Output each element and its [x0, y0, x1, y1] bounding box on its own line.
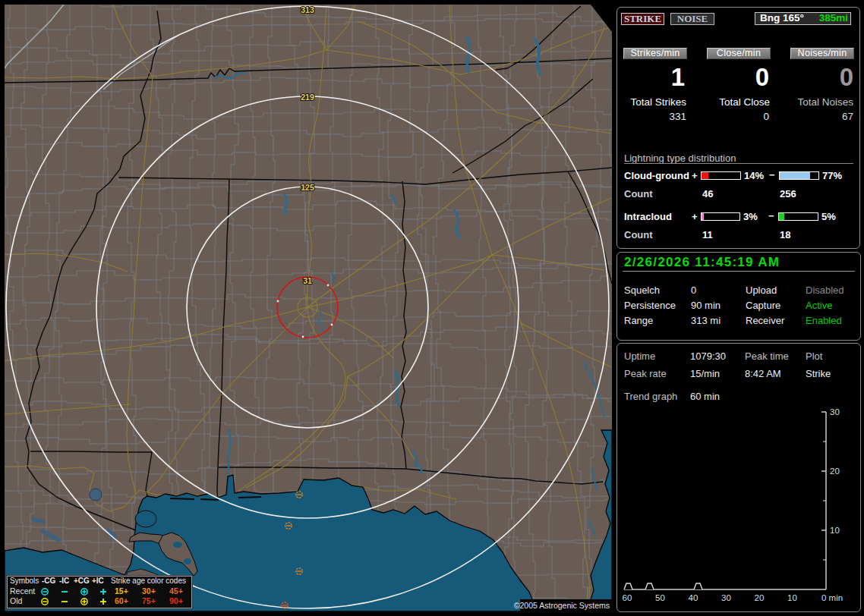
svg-text:©2005 Astrogenic Systems: ©2005 Astrogenic Systems	[514, 601, 610, 610]
svg-text:20: 20	[755, 593, 765, 602]
svg-text:125: 125	[301, 183, 314, 192]
svg-text:30: 30	[721, 593, 731, 602]
svg-text:10: 10	[787, 593, 797, 602]
svg-text:40: 40	[689, 593, 698, 602]
svg-text:219: 219	[301, 93, 314, 102]
svg-text:30: 30	[830, 407, 840, 416]
svg-text:31: 31	[303, 276, 312, 285]
svg-text:10: 10	[830, 526, 840, 535]
svg-text:20: 20	[830, 467, 840, 476]
svg-text:313: 313	[301, 5, 314, 14]
svg-text:50: 50	[655, 593, 665, 602]
svg-text:60: 60	[623, 593, 632, 602]
svg-text:0 min: 0 min	[821, 593, 843, 602]
